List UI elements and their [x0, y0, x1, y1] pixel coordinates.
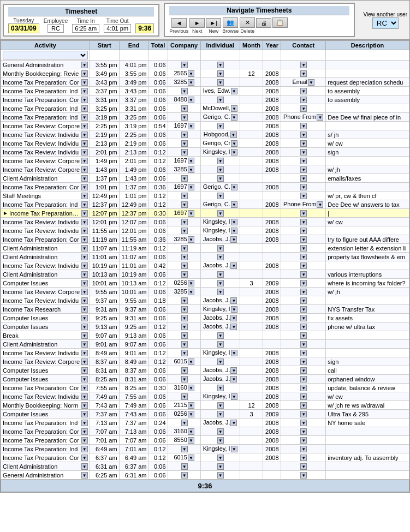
individual-dropdown[interactable]: ▼	[217, 472, 224, 479]
individual-dropdown[interactable]: ▼	[217, 175, 224, 182]
individual-dropdown[interactable]: ▼	[231, 228, 237, 234]
contact-dropdown[interactable]: ▼	[300, 315, 307, 321]
company-dropdown[interactable]: ▼	[181, 472, 188, 479]
prev-nav[interactable]: ◄ Previous	[169, 18, 188, 34]
individual-dropdown[interactable]: ▼	[217, 70, 224, 77]
contact-dropdown[interactable]: ▼	[300, 123, 307, 129]
company-dropdown[interactable]: ▼	[188, 184, 194, 190]
contact-dropdown[interactable]: ▼	[317, 114, 323, 121]
company-dropdown[interactable]: ▼	[181, 88, 188, 94]
activity-dropdown[interactable]: ▼	[81, 385, 88, 391]
contact-dropdown[interactable]: ▼	[300, 149, 307, 156]
contact-dropdown[interactable]: ▼	[300, 158, 307, 164]
individual-dropdown[interactable]: ▼	[217, 402, 224, 409]
contact-dropdown[interactable]: ▼	[300, 271, 307, 278]
activity-dropdown[interactable]: ▼	[81, 114, 88, 121]
individual-dropdown[interactable]: ▼	[230, 376, 237, 382]
activity-dropdown[interactable]: ▼	[81, 254, 88, 260]
individual-dropdown[interactable]: ▼	[231, 350, 237, 356]
prev-button[interactable]: ◄	[171, 18, 187, 28]
activity-dropdown[interactable]: ▼	[81, 175, 88, 182]
contact-dropdown[interactable]: ▼	[300, 428, 307, 435]
contact-dropdown[interactable]: ▼	[308, 79, 314, 86]
individual-dropdown[interactable]: ▼	[217, 166, 224, 173]
activity-dropdown[interactable]: ▼	[81, 472, 88, 479]
activity-dropdown[interactable]: ▼	[81, 70, 88, 77]
company-dropdown[interactable]: ▼	[188, 158, 194, 164]
company-dropdown[interactable]: ▼	[181, 324, 188, 330]
company-dropdown[interactable]: ▼	[188, 70, 194, 77]
individual-dropdown[interactable]: ▼	[230, 262, 237, 269]
activity-dropdown[interactable]: ▼	[81, 306, 88, 313]
contact-dropdown[interactable]: ▼	[300, 455, 307, 461]
individual-dropdown[interactable]: ▼	[231, 184, 237, 190]
individual-dropdown[interactable]: ▼	[231, 306, 237, 313]
activity-dropdown[interactable]: ▼	[81, 315, 88, 321]
individual-dropdown[interactable]: ▼	[217, 289, 224, 295]
print-nav[interactable]: 🖨	[256, 18, 271, 34]
contact-dropdown[interactable]: ▼	[300, 140, 307, 147]
individual-dropdown[interactable]: ▼	[231, 201, 237, 208]
activity-dropdown[interactable]: ▼	[81, 367, 88, 374]
individual-dropdown[interactable]: ▼	[217, 97, 224, 103]
company-dropdown[interactable]: ▼	[188, 437, 194, 444]
individual-dropdown[interactable]: ▼	[230, 315, 237, 321]
company-dropdown[interactable]: ▼	[181, 350, 188, 356]
contact-dropdown[interactable]: ▼	[300, 463, 307, 470]
view-user-select[interactable]: RC	[372, 17, 399, 29]
company-dropdown[interactable]: ▼	[188, 455, 194, 461]
activity-dropdown[interactable]: ▼	[81, 402, 88, 409]
activity-dropdown[interactable]: ▼	[81, 271, 88, 278]
individual-dropdown[interactable]: ▼	[231, 446, 237, 452]
contact-dropdown[interactable]: ▼	[300, 210, 307, 217]
company-dropdown[interactable]: ▼	[181, 228, 188, 234]
contact-dropdown[interactable]: ▼	[300, 262, 307, 269]
print-button[interactable]: 🖨	[256, 18, 271, 28]
individual-dropdown[interactable]: ▼	[217, 428, 224, 435]
contact-dropdown[interactable]: ▼	[300, 332, 307, 339]
individual-dropdown[interactable]: ▼	[217, 358, 224, 365]
copy-button[interactable]: 📋	[272, 17, 288, 28]
contact-dropdown[interactable]: ▼	[300, 385, 307, 391]
company-dropdown[interactable]: ▼	[188, 79, 194, 86]
activity-dropdown[interactable]: ▼	[81, 446, 88, 452]
company-dropdown[interactable]: ▼	[188, 210, 194, 217]
activity-dropdown[interactable]: ▼	[81, 428, 88, 435]
contact-dropdown[interactable]: ▼	[300, 402, 307, 409]
company-dropdown[interactable]: ▼	[181, 420, 188, 426]
activity-dropdown[interactable]: ▼	[81, 455, 88, 461]
new-nav[interactable]: ►| New	[206, 18, 221, 34]
company-dropdown[interactable]: ▼	[188, 166, 194, 173]
contact-dropdown[interactable]: ▼	[300, 420, 307, 426]
individual-dropdown[interactable]: ▼	[231, 393, 237, 400]
individual-dropdown[interactable]: ▼	[231, 149, 237, 156]
activity-dropdown[interactable]: ▼	[81, 193, 88, 199]
contact-dropdown[interactable]: ▼	[300, 289, 307, 295]
contact-dropdown[interactable]: ▼	[300, 236, 307, 243]
individual-dropdown[interactable]: ▼	[217, 411, 224, 417]
company-dropdown[interactable]: ▼	[188, 123, 194, 129]
company-dropdown[interactable]: ▼	[188, 411, 194, 417]
contact-dropdown[interactable]: ▼	[300, 88, 307, 94]
company-dropdown[interactable]: ▼	[188, 289, 194, 295]
individual-dropdown[interactable]: ▼	[230, 367, 237, 374]
individual-dropdown[interactable]: ▼	[231, 88, 237, 94]
contact-dropdown[interactable]: ▼	[300, 297, 307, 304]
activity-dropdown[interactable]: ▼	[81, 437, 88, 444]
company-dropdown[interactable]: ▼	[188, 236, 194, 243]
company-dropdown[interactable]: ▼	[181, 376, 188, 382]
company-dropdown[interactable]: ▼	[188, 428, 194, 435]
company-dropdown[interactable]: ▼	[181, 193, 188, 199]
activity-dropdown[interactable]: ▼	[81, 62, 88, 68]
individual-dropdown[interactable]: ▼	[217, 463, 224, 470]
activity-dropdown[interactable]: ▼	[81, 245, 88, 252]
individual-dropdown[interactable]: ▼	[217, 62, 224, 68]
activity-dropdown[interactable]: ▼	[81, 149, 88, 156]
individual-dropdown[interactable]: ▼	[217, 193, 224, 199]
contact-dropdown[interactable]: ▼	[300, 306, 307, 313]
company-dropdown[interactable]: ▼	[181, 131, 188, 138]
activity-dropdown[interactable]: ▼	[81, 201, 88, 208]
individual-dropdown[interactable]: ▼	[230, 236, 237, 243]
individual-dropdown[interactable]: ▼	[230, 420, 237, 426]
activity-dropdown[interactable]: ▼	[81, 140, 88, 147]
